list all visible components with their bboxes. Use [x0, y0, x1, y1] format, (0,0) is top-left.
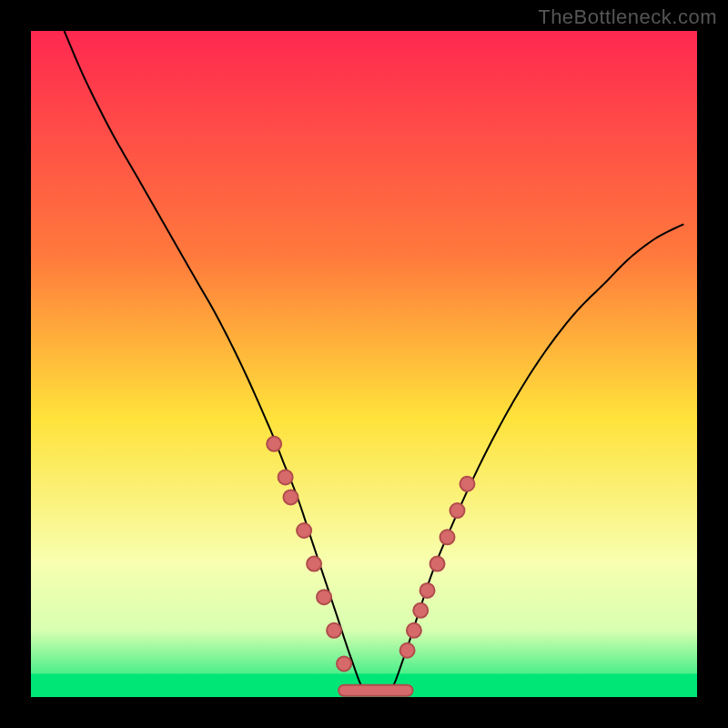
marker-left [283, 490, 298, 504]
plot-area [31, 31, 697, 697]
marker-left [337, 656, 351, 671]
marker-right [460, 477, 474, 491]
marker-right [450, 503, 464, 518]
marker-left [317, 590, 331, 604]
marker-right [407, 623, 421, 638]
marker-right [400, 643, 415, 658]
marker-right [420, 583, 435, 598]
marker-right [440, 530, 455, 544]
marker-left [297, 523, 311, 538]
marker-right [413, 603, 428, 618]
marker-left [307, 557, 321, 571]
marker-left [278, 470, 293, 484]
watermark-text: TheBottleneck.com [538, 5, 717, 29]
marker-left [327, 623, 341, 638]
marker-left [267, 437, 281, 451]
marker-right [430, 557, 445, 571]
bottleneck-chart [0, 0, 728, 728]
